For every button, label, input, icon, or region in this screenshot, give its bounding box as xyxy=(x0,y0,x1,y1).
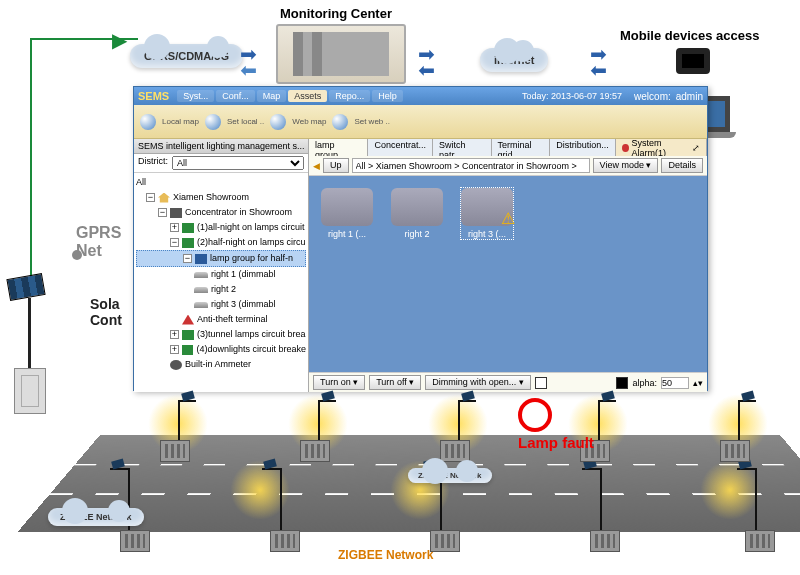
lamp-item-fault[interactable]: right 3 (... xyxy=(461,188,513,239)
tree-node[interactable]: −Xiamen Showroom xyxy=(136,190,306,205)
zigbee-text: ZIGBEE Network xyxy=(418,471,482,480)
lamp-item[interactable]: right 1 (... xyxy=(321,188,373,239)
link-line xyxy=(30,38,32,288)
tree-node[interactable]: right 2 xyxy=(136,282,306,297)
fault-indicator-ring xyxy=(518,398,552,432)
menu-item[interactable]: Conf... xyxy=(216,90,255,102)
tree-node[interactable]: right 3 (dimmabl xyxy=(136,297,306,312)
tree-node[interactable]: All xyxy=(136,175,306,190)
zigbee-cloud: ZIGBEE Network xyxy=(48,508,144,526)
arrow-left-icon: ➡ xyxy=(590,58,607,82)
sidebar-title: SEMS intelligent lighting management s..… xyxy=(134,139,308,154)
tree-node[interactable]: +(3)tunnel lamps circuit brea xyxy=(136,327,306,342)
alpha-label: alpha: xyxy=(632,378,657,388)
local-map-icon[interactable] xyxy=(140,114,156,130)
zigbee-text: ZIGBEE Network xyxy=(60,512,132,522)
tabs: lamp group... Concentrat... Switch patr.… xyxy=(309,139,707,156)
toolbar-label: Set web .. xyxy=(354,117,390,126)
arrow-left-icon: ➡ xyxy=(418,58,435,82)
menu-item[interactable]: Map xyxy=(257,90,287,102)
set-web-icon[interactable] xyxy=(332,114,348,130)
control-cabinet xyxy=(14,368,46,414)
rtu-box xyxy=(300,440,330,462)
sems-app-window: SEMS Syst... Conf... Map Assets Repo... … xyxy=(133,86,708,391)
rtu-box xyxy=(745,530,775,552)
menubar: SEMS Syst... Conf... Map Assets Repo... … xyxy=(134,87,707,105)
mobile-access-label: Mobile devices access xyxy=(620,28,759,43)
tab[interactable]: Terminal grid xyxy=(492,139,551,156)
web-map-icon[interactable] xyxy=(270,114,286,130)
toolbar: Local map Set local .. Web map Set web .… xyxy=(134,105,707,139)
system-alarm-tab[interactable]: System Alarm(1)⤢ xyxy=(616,139,707,156)
rtu-box xyxy=(160,440,190,462)
app-logo: SEMS xyxy=(138,90,169,102)
internet-cloud: internet xyxy=(480,48,548,72)
details-button[interactable]: Details xyxy=(661,158,703,173)
main-panel: lamp group... Concentrat... Switch patr.… xyxy=(309,139,707,392)
up-button[interactable]: Up xyxy=(323,158,349,173)
tab[interactable]: lamp group... xyxy=(309,139,368,156)
turn-off-button[interactable]: Turn off ▾ xyxy=(369,375,421,390)
tree-node[interactable]: right 1 (dimmabl xyxy=(136,267,306,282)
tree-node[interactable]: −(2)half-night on lamps circu xyxy=(136,235,306,250)
tablet-icon xyxy=(676,48,710,74)
district-label: District: xyxy=(138,156,168,170)
tree-node[interactable]: Anti-theft terminal xyxy=(136,312,306,327)
menu-item[interactable]: Syst... xyxy=(177,90,214,102)
tree-node[interactable]: −Concentrator in Showroom xyxy=(136,205,306,220)
tab[interactable]: Concentrat... xyxy=(368,139,433,156)
gprs-cloud-text: GPRS/CDMA/3G xyxy=(144,50,229,62)
view-mode-button[interactable]: View mode ▾ xyxy=(593,158,659,173)
rtu-box xyxy=(590,530,620,552)
gprs-cloud: GPRS/CDMA/3G xyxy=(130,44,243,68)
tab[interactable]: Distribution... xyxy=(550,139,616,156)
gprs-net-label: GPRSNet xyxy=(76,224,121,260)
node-dot xyxy=(72,250,82,260)
zigbee-network-label: ZIGBEE Network xyxy=(338,548,433,562)
lamp-canvas[interactable]: right 1 (... right 2 right 3 (... xyxy=(309,176,707,372)
set-local-icon[interactable] xyxy=(205,114,221,130)
menu-item[interactable]: Assets xyxy=(288,90,327,102)
internet-cloud-text: internet xyxy=(494,54,534,66)
turn-on-button[interactable]: Turn on ▾ xyxy=(313,375,365,390)
tree-node[interactable]: Built-in Ammeter xyxy=(136,357,306,372)
toolbar-label: Set local .. xyxy=(227,117,264,126)
lamp-fault-label: Lamp fault xyxy=(518,434,594,451)
menu-item[interactable]: Repo... xyxy=(329,90,370,102)
alarm-dot-icon xyxy=(622,144,629,152)
solar-panel xyxy=(6,273,45,301)
tree-node[interactable]: +(1)all-night on lamps circuit xyxy=(136,220,306,235)
alpha-input[interactable] xyxy=(661,377,689,389)
district-filter: District: All xyxy=(134,154,308,173)
rtu-box xyxy=(430,530,460,552)
zigbee-cloud: ZIGBEE Network xyxy=(408,468,492,483)
tab[interactable]: Switch patr... xyxy=(433,139,492,156)
arrow-left-icon: ➡ xyxy=(240,58,257,82)
solar-cont-label: SolaCont xyxy=(90,296,122,328)
rtu-box xyxy=(440,440,470,462)
lamp-item[interactable]: right 2 xyxy=(391,188,443,239)
breadcrumb-path[interactable] xyxy=(352,158,590,173)
bottom-bar: Turn on ▾ Turn off ▾ Dimming with open..… xyxy=(309,372,707,392)
back-icon[interactable]: ◀ xyxy=(313,161,320,171)
dimming-button[interactable]: Dimming with open... ▾ xyxy=(425,375,531,390)
color-swatch[interactable] xyxy=(616,377,628,389)
welcome-label: welcom: xyxy=(634,91,671,102)
monitoring-center-label: Monitoring Center xyxy=(280,6,392,21)
stepper-icon[interactable]: ▴▾ xyxy=(693,378,703,388)
today-label: Today: 2013-06-07 19:57 xyxy=(522,91,622,101)
rtu-box xyxy=(270,530,300,552)
toolbar-label: Web map xyxy=(292,117,326,126)
menu-item[interactable]: Help xyxy=(372,90,403,102)
district-select[interactable]: All xyxy=(172,156,304,170)
user-label: admin xyxy=(676,91,703,102)
monitoring-center-image xyxy=(276,24,406,84)
tree[interactable]: All −Xiamen Showroom −Concentrator in Sh… xyxy=(134,173,308,392)
color-swatch[interactable] xyxy=(535,377,547,389)
tree-node[interactable]: +(4)downlights circuit breake xyxy=(136,342,306,357)
tree-node-selected[interactable]: −lamp group for half-n xyxy=(136,250,306,267)
rtu-box xyxy=(120,530,150,552)
sidebar: SEMS intelligent lighting management s..… xyxy=(134,139,309,392)
arrow-right-icon: ▶ xyxy=(112,28,127,52)
expand-icon[interactable]: ⤢ xyxy=(692,143,700,153)
